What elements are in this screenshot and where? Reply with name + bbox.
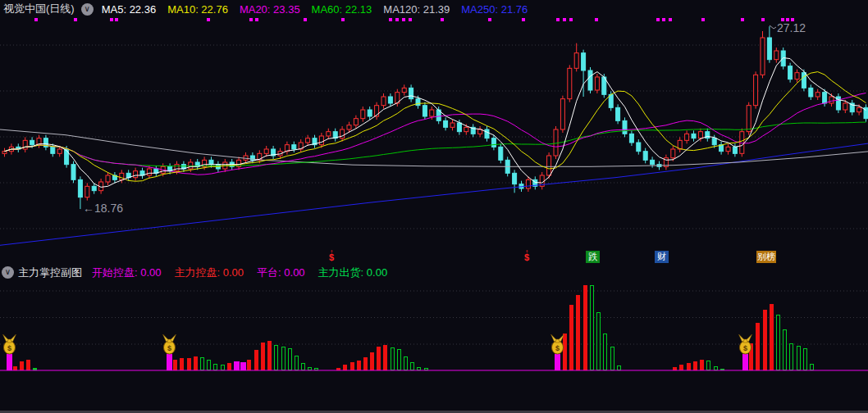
sub-bar-series	[7, 285, 814, 370]
money-signal-icon: ↑$	[521, 249, 532, 261]
sub-gridlines	[0, 291, 868, 344]
top-signal-dots	[34, 18, 794, 21]
money-bag-icon: $	[3, 334, 16, 354]
ma250-label: MA250: 21.76	[461, 3, 528, 16]
main-gridlines	[0, 45, 868, 229]
stock-app-window: $$$$ 视觉中国(日线) ∨ MA5: 22.36 MA10: 22.76 M…	[0, 0, 868, 413]
ma10-label: MA10: 22.76	[167, 3, 228, 16]
ma20-label: MA20: 23.35	[240, 3, 300, 16]
high-price-label: 27.12	[777, 21, 806, 34]
chevron-down-icon[interactable]: ∨	[2, 266, 14, 279]
sub-panel-header: ∨ 主力掌控副图 开始控盘: 0.00 主力控盘: 0.00 平台: 0.00 …	[0, 266, 868, 279]
svg-text:$: $	[7, 344, 11, 352]
ma120-line	[0, 129, 868, 166]
low-arrow-icon: ←	[83, 202, 94, 215]
sub-panel-title: 主力掌控副图	[18, 266, 82, 280]
ma250-line	[0, 143, 868, 245]
ma60-line	[5, 122, 866, 166]
legend-kaishikongpan: 开始控盘: 0.00	[92, 266, 162, 280]
event-badge-biebang[interactable]: 别榜	[756, 251, 776, 263]
event-marker-row: ↑$ ↑$ 跌 财 别榜	[0, 249, 868, 266]
ma120-label: MA120: 21.39	[383, 3, 450, 16]
chevron-down-icon[interactable]: ∨	[81, 3, 94, 16]
svg-text:$: $	[743, 344, 747, 352]
legend-zhulikongpan: 主力控盘: 0.00	[175, 266, 244, 280]
legend-zhulichuhuo: 主力出货: 0.00	[318, 266, 388, 280]
money-bag-icon: $	[163, 334, 176, 354]
money-signal-icon: ↑$	[326, 249, 337, 261]
high-label-connector	[770, 25, 776, 29]
candlestick-series	[2, 26, 868, 209]
ma5-label: MA5: 22.36	[102, 3, 157, 16]
main-chart-header: 视觉中国(日线) ∨ MA5: 22.36 MA10: 22.76 MA20: …	[0, 0, 868, 18]
ma5-line	[5, 58, 866, 188]
svg-text:$: $	[167, 344, 171, 352]
money-bag-icon: $	[551, 334, 564, 354]
ma-legend: MA5: 22.36 MA10: 22.76 MA20: 23.35 MA60:…	[102, 3, 528, 16]
legend-pingtai: 平台: 0.00	[257, 266, 305, 280]
svg-text:$: $	[555, 344, 560, 352]
money-bag-icon: $	[739, 334, 752, 354]
event-badge-die[interactable]: 跌	[586, 251, 600, 263]
stock-title: 视觉中国(日线)	[3, 2, 75, 16]
low-price-label: ←18.76	[83, 202, 123, 215]
sub-panel-legend: 开始控盘: 0.00 主力控盘: 0.00 平台: 0.00 主力出货: 0.0…	[92, 266, 387, 280]
candlestick-chart-canvas[interactable]: $$$$	[0, 0, 868, 413]
event-badge-cai[interactable]: 财	[655, 251, 669, 263]
ma60-label: MA60: 22.13	[312, 3, 372, 16]
